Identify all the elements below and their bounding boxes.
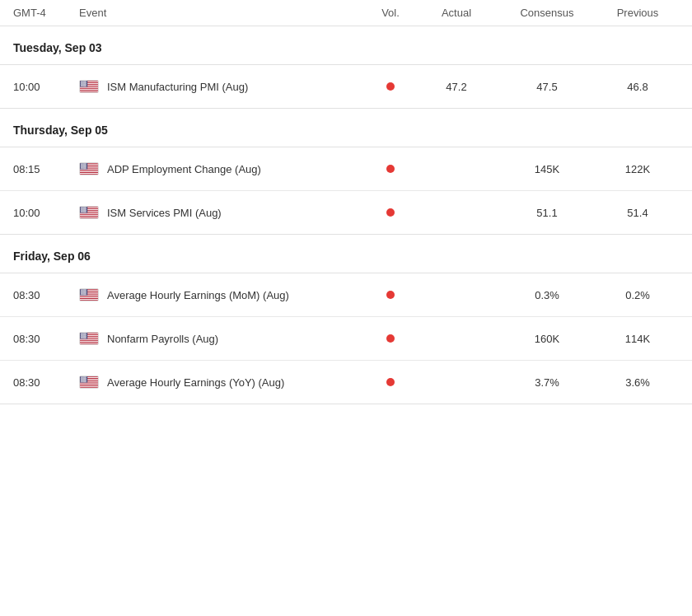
svg-point-101 [81,168,82,169]
svg-point-25 [84,82,85,83]
svg-point-179 [82,290,83,291]
event-name-cell: ISM Manufacturing PMI (Aug) [79,80,366,93]
svg-point-203 [81,293,82,294]
svg-point-69 [81,164,82,165]
event-previous: 46.8 [596,81,679,93]
event-name: Average Hourly Earnings (MoM) (Aug) [107,289,289,301]
svg-point-119 [83,207,84,208]
svg-point-16 [82,82,82,82]
svg-point-210 [82,294,82,295]
svg-point-256 [86,336,86,337]
svg-point-301 [83,379,84,380]
svg-point-214 [85,294,86,295]
event-previous: 51.4 [596,207,679,219]
svg-point-322 [85,381,86,382]
event-previous: 3.6% [596,376,679,389]
svg-point-211 [82,294,83,295]
svg-point-157 [82,212,83,212]
event-time: 08:30 [13,376,79,389]
svg-point-292 [82,378,82,379]
svg-point-189 [86,291,86,292]
svg-point-90 [82,166,83,167]
svg-point-129 [81,208,82,209]
svg-point-235 [85,334,86,334]
event-name-cell: Nonfarm Payrolls (Aug) [79,332,366,345]
svg-point-132 [83,208,84,209]
svg-point-28 [81,83,82,84]
svg-point-286 [82,377,82,378]
svg-point-125 [82,208,83,208]
svg-point-42 [82,85,82,86]
volatility-indicator-icon [386,334,395,343]
svg-point-170 [81,289,82,290]
svg-point-278 [81,376,82,377]
svg-point-154 [86,211,86,212]
svg-point-31 [83,83,84,84]
table-row: 08:15 [0,147,692,191]
svg-point-18 [83,82,84,82]
svg-point-245 [82,335,82,336]
day-section-1: Thursday, Sep 0508:15 [0,109,692,235]
svg-point-254 [84,336,85,337]
svg-point-121 [85,207,86,208]
svg-rect-114 [80,217,98,217]
svg-point-289 [85,377,86,378]
svg-point-83 [82,166,82,166]
svg-point-104 [83,168,84,169]
event-previous: 114K [596,333,679,345]
svg-point-199 [83,292,84,293]
event-volatility [366,334,415,343]
svg-point-86 [85,166,86,166]
svg-point-155 [81,212,82,212]
svg-rect-58 [80,170,98,170]
svg-point-258 [82,337,82,338]
svg-point-237 [81,334,82,335]
table-header: GMT-4 Event Vol. Actual Consensus Previo… [0,0,692,26]
svg-point-314 [83,380,84,381]
svg-point-36 [82,84,83,85]
svg-point-26 [85,82,86,83]
svg-point-283 [85,376,86,377]
svg-point-84 [82,166,83,166]
svg-point-309 [85,380,86,380]
table-row: 08:30 [0,273,692,317]
svg-point-144 [82,210,83,211]
event-previous: 0.2% [596,289,679,301]
event-previous: 122K [596,163,679,175]
svg-point-82 [81,166,82,166]
table-row: 08:30 [0,361,692,404]
svg-point-52 [85,86,86,86]
svg-point-145 [83,210,84,211]
svg-point-290 [86,377,86,378]
svg-point-48 [82,86,82,86]
svg-point-67 [85,163,86,164]
svg-point-195 [86,292,86,292]
svg-point-95 [81,167,82,168]
svg-point-205 [82,293,83,294]
svg-point-255 [85,336,86,337]
svg-point-46 [86,85,86,86]
svg-point-133 [84,208,85,209]
svg-point-178 [82,290,82,291]
svg-point-323 [86,381,86,382]
svg-point-213 [84,294,85,295]
svg-point-22 [82,82,82,83]
svg-rect-276 [80,386,98,387]
svg-point-259 [82,337,83,338]
svg-rect-275 [80,385,98,385]
svg-point-279 [82,376,82,377]
svg-point-177 [81,290,82,291]
svg-point-117 [82,207,82,208]
svg-point-45 [85,85,86,86]
svg-point-134 [85,208,86,209]
svg-point-92 [84,166,85,167]
svg-point-233 [82,334,83,334]
event-consensus: 51.1 [498,207,596,219]
svg-point-317 [81,381,82,382]
svg-point-120 [84,207,85,208]
svg-point-224 [81,333,82,334]
event-time: 08:15 [13,163,79,175]
svg-point-265 [82,338,83,338]
svg-point-244 [81,335,82,336]
svg-point-294 [83,378,84,379]
